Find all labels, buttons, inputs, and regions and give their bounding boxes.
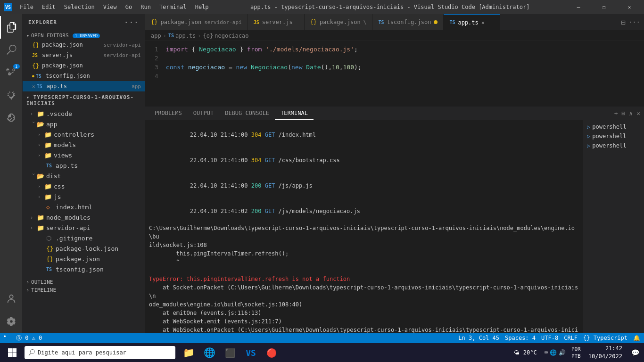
panel-actions: + ⊟ ∧ ✕ <box>614 110 640 117</box>
tree-servidor-api[interactable]: › 📁 servidor-api <box>23 222 145 233</box>
sidebar-menu-button[interactable]: ··· <box>124 18 139 27</box>
tree-gitignore[interactable]: ⬡ .gitignore <box>23 233 145 243</box>
tab-server-js[interactable]: JS server.js <box>248 14 305 30</box>
tree-models[interactable]: › 📁 models <box>23 140 145 150</box>
taskbar-terminal[interactable]: ⬛ <box>221 343 239 362</box>
status-errors[interactable]: ⓪ 0 ⚠ 0 <box>16 334 42 342</box>
taskbar-edge[interactable]: 🌐 <box>200 343 219 362</box>
file-path: servidor-api <box>104 42 141 48</box>
menu-file[interactable]: File <box>16 3 37 11</box>
activity-debug[interactable] <box>0 84 23 107</box>
tree-app-ts[interactable]: TS app.ts <box>23 160 145 171</box>
taskbar-search-box[interactable]: Digite aqui para pesquisar <box>25 346 175 359</box>
status-notifications[interactable]: 🔔 <box>633 335 640 341</box>
breadcrumb-sep2: › <box>198 33 201 39</box>
open-editor-package-json[interactable]: {} package.json <box>23 60 145 71</box>
terminal-output[interactable]: 22.04.10 21:41:00 304 GET /index.html 22… <box>145 120 583 333</box>
close-button[interactable]: ✕ <box>619 0 640 14</box>
folder-label: js <box>54 193 61 200</box>
folder-arrow: › <box>38 184 44 189</box>
taskbar-file-explorer[interactable]: 📁 <box>179 343 198 362</box>
status-line-endings[interactable]: CRLF <box>564 335 578 341</box>
shell-item-2[interactable]: ▷ powershell <box>583 132 644 141</box>
tree-dist[interactable]: › 📂 dist <box>23 171 145 181</box>
folder-arrow: › <box>38 194 44 199</box>
activity-explorer[interactable] <box>0 16 23 39</box>
status-position[interactable]: Ln 3, Col 45 <box>458 335 499 341</box>
status-encoding[interactable]: UTF-8 <box>541 335 558 341</box>
maximize-button[interactable]: ❐ <box>593 0 615 14</box>
tab-label: server.js <box>262 19 293 25</box>
tab-package-json[interactable]: {} package.json \ <box>305 14 373 30</box>
open-editors-header[interactable]: ▾ OPEN EDITORS 1 UNSAVED <box>23 32 145 40</box>
menu-terminal[interactable]: Terminal <box>156 3 190 11</box>
tab-app-ts[interactable]: TS app.ts ✕ <box>444 14 500 30</box>
editor-area: {} package.json servidor-api JS server.j… <box>145 14 644 333</box>
folder-label: servidor-api <box>46 224 91 231</box>
menu-help[interactable]: Help <box>191 3 213 11</box>
activity-search[interactable] <box>0 39 23 61</box>
activity-settings[interactable] <box>0 310 23 333</box>
tab-more-button[interactable]: ··· <box>628 18 640 26</box>
open-editor-app-ts[interactable]: ✕ TS app.ts app <box>23 81 145 91</box>
tab-package-json-servidor[interactable]: {} package.json servidor-api <box>145 14 248 30</box>
menu-go[interactable]: Go <box>122 3 136 11</box>
timeline-header[interactable]: › TIMELINE <box>23 286 145 294</box>
new-terminal-button[interactable]: + <box>614 110 618 117</box>
activity-account[interactable] <box>0 288 23 310</box>
open-editor-tsconfig[interactable]: ● TS tsconfig.json <box>23 71 145 81</box>
tab-problems[interactable]: PROBLEMS <box>149 107 188 120</box>
breadcrumb-symbol[interactable]: {o} negociacao <box>203 33 249 39</box>
status-code: 200 <box>251 208 262 214</box>
open-editor-package-json-servidor[interactable]: {} package.json servidor-api <box>23 40 145 50</box>
tree-js[interactable]: › 📁 js <box>23 191 145 202</box>
split-editor-button[interactable]: ⊟ <box>621 18 626 27</box>
open-editor-server-js[interactable]: JS server.js servidor-api <box>23 50 145 60</box>
bottom-panel: PROBLEMS OUTPUT DEBUG CONSOLE TERMINAL +… <box>145 107 644 333</box>
breadcrumb-file[interactable]: TS app.ts <box>168 33 196 39</box>
tab-close-button[interactable]: ✕ <box>481 19 485 26</box>
split-terminal-button[interactable]: ⊟ <box>622 110 626 117</box>
tree-package-lock[interactable]: {} package-lock.json <box>23 243 145 254</box>
tree-package-json[interactable]: {} package.json <box>23 254 145 264</box>
status-branch[interactable] <box>4 335 10 341</box>
code-editor[interactable]: 1 2 3 4 import { Negociacao } from './mo… <box>145 41 644 107</box>
folder-arrow: › <box>31 121 36 127</box>
close-icon[interactable]: ✕ <box>32 83 35 90</box>
tree-views[interactable]: › 📁 views <box>23 150 145 160</box>
tab-output[interactable]: OUTPUT <box>188 107 219 120</box>
tree-app[interactable]: › 📂 app <box>23 119 145 129</box>
tree-controllers[interactable]: › 📁 controllers <box>23 129 145 140</box>
status-language[interactable]: {} TypeScript <box>583 335 627 341</box>
minimize-button[interactable]: ─ <box>568 0 589 14</box>
activity-extensions[interactable] <box>0 107 23 129</box>
outline-header[interactable]: › OUTLINE <box>23 278 145 286</box>
tab-terminal[interactable]: TERMINAL <box>275 107 314 120</box>
tab-tsconfig[interactable]: TS tsconfig.json <box>372 14 444 30</box>
taskbar-chrome[interactable]: 🔴 <box>262 343 281 362</box>
tree-vscode[interactable]: › 📁 .vscode <box>23 108 145 119</box>
close-panel-button[interactable]: ✕ <box>636 110 640 117</box>
maximize-panel-button[interactable]: ∧ <box>629 110 633 117</box>
tab-debug-console[interactable]: DEBUG CONSOLE <box>219 107 275 120</box>
menu-selection[interactable]: Selection <box>60 3 99 11</box>
menu-run[interactable]: Run <box>137 3 155 11</box>
tree-index-html[interactable]: ◇ index.html <box>23 202 145 212</box>
file-path: app <box>132 83 141 90</box>
breadcrumb-app[interactable]: app <box>151 33 161 39</box>
tree-node-modules[interactable]: › 📁 node_modules <box>23 212 145 222</box>
tree-tsconfig-json[interactable]: TS tsconfig.json <box>23 264 145 274</box>
notification-button[interactable]: 💬 <box>628 343 642 362</box>
tree-css[interactable]: › 📁 css <box>23 181 145 191</box>
shell-item-1[interactable]: ▷ powershell <box>583 122 644 132</box>
file-label: .gitignore <box>56 235 92 242</box>
menu-view[interactable]: View <box>99 3 121 11</box>
taskbar-vscode[interactable]: VS <box>241 343 260 362</box>
status-spaces[interactable]: Spaces: 4 <box>505 335 536 341</box>
code-content[interactable]: import { Negociacao } from './models/neg… <box>166 45 644 103</box>
project-root[interactable]: ▾ TYPESCRIPT-CURSO-1-ARQUIVOS-INICIAIS <box>23 92 145 108</box>
shell-item-3[interactable]: ▷ powershell <box>583 141 644 150</box>
activity-source-control[interactable]: 1 <box>0 61 23 84</box>
start-button[interactable] <box>2 343 23 362</box>
menu-edit[interactable]: Edit <box>38 3 59 11</box>
